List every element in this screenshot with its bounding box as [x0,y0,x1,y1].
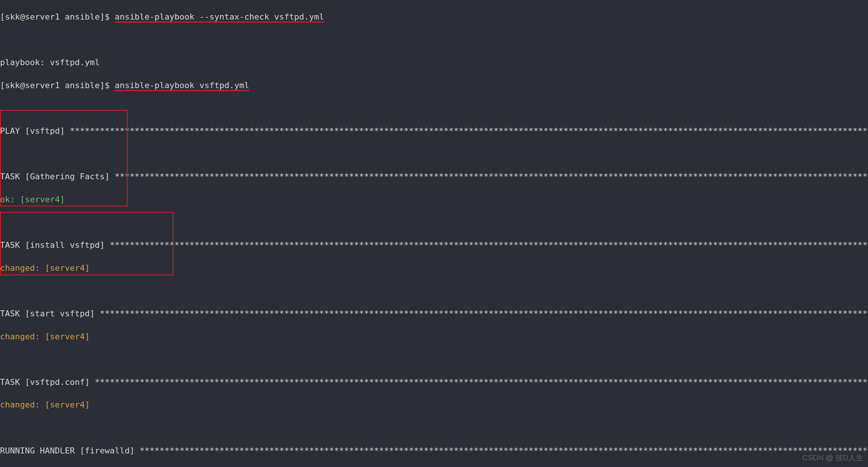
task-vsftpd-conf: TASK [vsftpd.conf] *********************… [0,377,868,388]
blank-line [0,148,868,160]
task-label: TASK [Gathering Facts] [0,172,115,181]
result-changed: changed: [server4] [0,262,868,274]
task-label: TASK [start vsftpd] [0,309,100,318]
changed-host: [server4] [45,332,90,341]
command-syntax-check: ansible-playbook --syntax-check vsftpd.y… [115,12,324,23]
changed-label: changed: [0,263,45,273]
blank-line [0,217,868,228]
result-changed: changed: [server4] [0,399,868,411]
star-fill: ****************************************… [115,172,868,181]
terminal-output[interactable]: [skk@server1 ansible]$ ansible-playbook … [0,0,868,467]
star-fill: ****************************************… [70,126,868,136]
ok-host: [server4] [20,195,65,204]
blank-line [0,354,868,365]
changed-host: [server4] [45,263,90,273]
star-fill: ****************************************… [140,446,868,455]
play-header: PLAY [vsftpd] **************************… [0,125,868,137]
blank-line [0,34,868,46]
task-install-vsftpd: TASK [install vsftpd] ******************… [0,240,868,251]
task-label: TASK [vsftpd.conf] [0,377,95,387]
result-ok: ok: [server4] [0,194,868,205]
prompt-line-1: [skk@server1 ansible]$ ansible-playbook … [0,11,868,23]
changed-host: [server4] [45,400,90,409]
star-fill: ****************************************… [95,377,868,387]
command-run-playbook: ansible-playbook vsftpd.yml [115,81,250,91]
changed-label: changed: [0,332,45,341]
blank-line [0,422,868,433]
task-label: TASK [install vsftpd] [0,240,110,250]
handler-firewalld: RUNNING HANDLER [firewalld] ************… [0,445,868,456]
star-fill: ****************************************… [110,240,868,250]
blank-line [0,285,868,297]
star-fill: ****************************************… [100,309,868,318]
blank-line [0,103,868,114]
playbook-name-line: playbook: vsftpd.yml [0,57,868,68]
changed-label: changed: [0,400,45,409]
ok-label: ok: [0,195,20,204]
task-start-vsftpd: TASK [start vsftpd] ********************… [0,308,868,319]
handler-label: RUNNING HANDLER [firewalld] [0,446,140,455]
result-changed: changed: [server4] [0,331,868,342]
shell-prompt: [skk@server1 ansible]$ [0,12,115,21]
play-label: PLAY [vsftpd] [0,126,70,136]
watermark-text: CSDN @ 技D人生 [802,453,863,463]
shell-prompt: [skk@server1 ansible]$ [0,81,115,90]
prompt-line-2: [skk@server1 ansible]$ ansible-playbook … [0,80,868,91]
task-gathering-facts: TASK [Gathering Facts] *****************… [0,171,868,182]
